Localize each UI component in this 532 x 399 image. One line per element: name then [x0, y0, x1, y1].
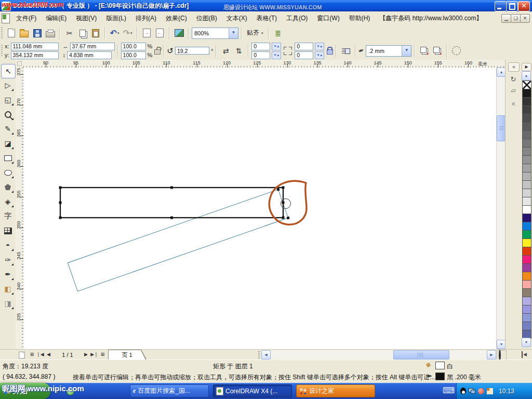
- doc-close-button[interactable]: ✕: [520, 14, 530, 23]
- rotation-angle-input[interactable]: 19.2: [175, 47, 209, 55]
- scale-v-input[interactable]: 100.0: [121, 51, 146, 59]
- task-coreldraw[interactable]: CorelDRAW X4 (...: [213, 384, 292, 397]
- add-page-start-button[interactable]: ⊞: [28, 351, 36, 358]
- palette-swatch-6[interactable]: [522, 130, 531, 139]
- horizontal-scroll-thumb[interactable]: [393, 350, 449, 360]
- outline-color-swatch[interactable]: [435, 373, 445, 380]
- palette-swatch-29[interactable]: [522, 322, 531, 330]
- horizontal-ruler[interactable]: 毫米 9095100105110115120125130135140145150…: [23, 60, 508, 68]
- object-width-input[interactable]: 37.67 mm: [70, 43, 115, 50]
- palette-swatch-4[interactable]: [522, 114, 531, 123]
- task-shejizhijia[interactable]: 设计之家: [296, 384, 375, 397]
- network-tray-icon[interactable]: [469, 388, 475, 394]
- spinner-icon[interactable]: ▼▲: [315, 51, 324, 59]
- palette-flyout-button[interactable]: ▶: [522, 63, 531, 71]
- palette-swatch-12[interactable]: [522, 180, 531, 189]
- input-method-keyboard-icon[interactable]: ⌨: [443, 385, 455, 395]
- rectangle-tool[interactable]: [1, 151, 15, 165]
- copy-button[interactable]: [76, 26, 89, 39]
- minimize-button[interactable]: [495, 1, 507, 11]
- palette-scroll-down-button[interactable]: ▼: [522, 338, 531, 347]
- scale-h-input[interactable]: 100.0: [121, 43, 146, 50]
- menu-item-5[interactable]: 效果(C): [161, 11, 192, 24]
- mirror-horizontal-button[interactable]: ⇄: [219, 44, 232, 57]
- outline-width-combo[interactable]: .2 mm ▼: [366, 45, 411, 57]
- quick-zoom-button[interactable]: [497, 350, 507, 360]
- undo-button[interactable]: ↶▾: [108, 26, 121, 39]
- palette-swatch-14[interactable]: [522, 197, 531, 206]
- menu-item-11[interactable]: 帮助(H): [344, 11, 375, 24]
- open-button[interactable]: [18, 26, 31, 39]
- previous-page-button[interactable]: ◀: [45, 351, 52, 358]
- spinner-icon[interactable]: ▼▲: [315, 43, 324, 50]
- palette-scroll-up-button[interactable]: ▲: [522, 71, 531, 81]
- docker-collapse-button[interactable]: «: [508, 62, 520, 72]
- menu-item-12[interactable]: 【鑫宇条码 http://www.lw3000.com】: [375, 11, 487, 24]
- property-bar-drag-handle[interactable]: [1, 45, 3, 57]
- palette-swatch-21[interactable]: [522, 255, 531, 264]
- toolbar-drag-handle[interactable]: [1, 27, 3, 39]
- palette-swatch-7[interactable]: [522, 139, 531, 148]
- application-launcher-button[interactable]: [172, 26, 185, 39]
- fill-color-swatch[interactable]: [435, 362, 445, 369]
- doc-minimize-button[interactable]: ▁: [501, 14, 511, 23]
- zoom-tool[interactable]: [1, 108, 15, 121]
- table-tool[interactable]: [1, 224, 15, 237]
- basic-shapes-tool[interactable]: ◈: [1, 195, 15, 208]
- menu-item-6[interactable]: 位图(B): [192, 11, 222, 24]
- ellipse-tool[interactable]: [1, 166, 15, 179]
- palette-start-icon[interactable]: ◀: [522, 351, 527, 358]
- drawing-canvas[interactable]: [23, 68, 496, 349]
- scroll-right-button[interactable]: ▶: [487, 350, 496, 360]
- outline-width-dropdown-icon[interactable]: ▼: [402, 46, 411, 56]
- to-front-button[interactable]: [418, 44, 431, 57]
- horizontal-scrollbar[interactable]: ◀ ▶: [261, 350, 496, 359]
- outline-pen-tool[interactable]: ✒: [1, 268, 15, 281]
- paste-button[interactable]: [89, 26, 102, 39]
- palette-swatch-22[interactable]: [522, 263, 531, 272]
- menu-item-7[interactable]: 文本(X): [222, 11, 252, 24]
- to-back-button[interactable]: [431, 44, 444, 57]
- first-page-button[interactable]: ❘◀: [36, 351, 44, 358]
- ime-tray-icon[interactable]: [487, 388, 493, 394]
- close-button[interactable]: ✕: [518, 1, 530, 11]
- scale-lock-icon[interactable]: [154, 49, 161, 55]
- menu-item-1[interactable]: 编辑(E): [41, 11, 71, 24]
- transform-rotate-docker-icon[interactable]: ↻: [508, 75, 518, 84]
- spinner-icon[interactable]: ▼▲: [272, 51, 281, 59]
- navigator-splitter[interactable]: [258, 351, 260, 358]
- crop-tool[interactable]: ◱: [1, 93, 15, 107]
- menu-item-10[interactable]: 窗口(W): [312, 11, 344, 24]
- no-color-swatch[interactable]: [522, 81, 531, 89]
- menu-item-0[interactable]: 文件(F): [11, 11, 41, 24]
- polygon-tool[interactable]: [1, 180, 15, 194]
- palette-swatch-16[interactable]: [522, 214, 531, 222]
- print-button[interactable]: [44, 26, 57, 39]
- last-page-button[interactable]: ▶❘: [90, 351, 98, 358]
- next-page-button[interactable]: ▶: [82, 351, 90, 358]
- snap-to-button[interactable]: 贴齐 ▾: [245, 27, 265, 39]
- transform-scale-docker-icon[interactable]: ▱: [508, 87, 518, 95]
- options-button[interactable]: ≣: [272, 26, 285, 39]
- palette-swatch-23[interactable]: [522, 272, 531, 281]
- redo-dropdown-icon[interactable]: ▾: [130, 31, 132, 35]
- convert-to-curves-button[interactable]: [450, 44, 463, 57]
- x-position-input[interactable]: 111.048 mm: [11, 43, 59, 50]
- palette-swatch-17[interactable]: [522, 222, 531, 231]
- object-height-input[interactable]: 4.838 mm: [67, 51, 112, 59]
- corner-radius-tr-input[interactable]: 0: [295, 43, 313, 50]
- task-baidu-image-search[interactable]: e百度图片搜索_国...: [130, 384, 209, 397]
- blend-tool[interactable]: ◓: [1, 238, 15, 252]
- eyedropper-tool[interactable]: ✑: [1, 253, 15, 267]
- interactive-fill-tool[interactable]: ◨: [1, 297, 15, 310]
- menu-item-3[interactable]: 版面(L): [101, 11, 131, 24]
- save-button[interactable]: [31, 26, 44, 39]
- doc-restore-button[interactable]: ❏: [511, 14, 521, 23]
- shape-tool[interactable]: ▷: [1, 78, 15, 92]
- freehand-tool[interactable]: ✎: [1, 122, 15, 136]
- redo-button[interactable]: ↷▾: [121, 26, 134, 39]
- y-position-input[interactable]: 354.132 mm: [11, 51, 59, 59]
- zoom-level-combo[interactable]: 800% ▼: [192, 28, 238, 39]
- page-tab[interactable]: 页 1: [108, 350, 147, 360]
- undo-dropdown-icon[interactable]: ▾: [117, 31, 119, 35]
